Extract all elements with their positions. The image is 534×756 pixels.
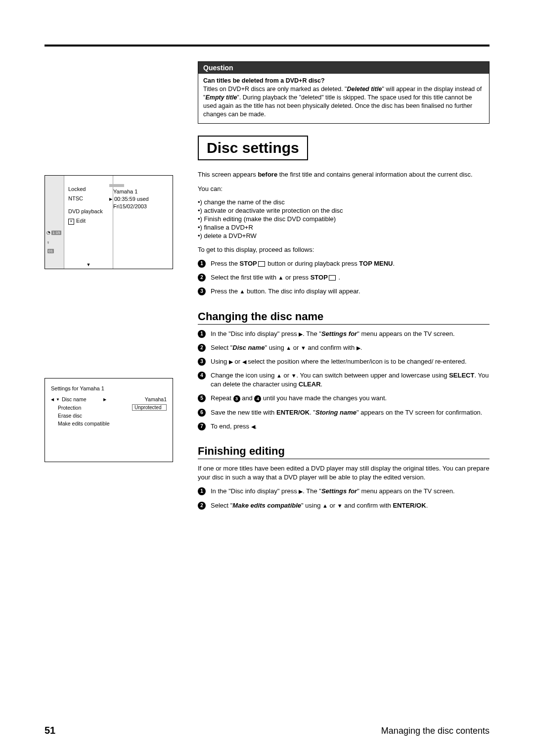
step-number-icon: 3 — [198, 358, 206, 366]
step-number-icon: 2 — [198, 344, 206, 352]
chapter-title: Managing the disc contents — [381, 726, 490, 736]
cdn-step-7: 7 To end, press ◀. — [198, 422, 490, 431]
section-finishing-editing: Finishing editing — [198, 445, 490, 459]
step-number-icon: 2 — [198, 502, 206, 510]
page-footer: 51 Managing the disc contents — [44, 725, 490, 736]
up-arrow-icon: ▲ — [276, 372, 282, 379]
disc-settings-bullets: change the name of the disc activate or … — [198, 198, 490, 239]
bullet-item: activate or deactivate write protection … — [198, 207, 490, 214]
section-disc-settings-title-box: Disc settings — [198, 136, 308, 160]
disc-settings-intro: This screen appears before the first tit… — [198, 170, 490, 179]
inline-step-ref-icon: 4 — [254, 395, 261, 402]
cdn-step-2: 2 Select "Disc name" using ▲ or ▼ and co… — [198, 343, 490, 352]
disc-info-osd: ◔1:15 ♀ 01 Locked NTSC DVD playback ×Edi… — [44, 175, 173, 269]
step-number-icon: 4 — [198, 372, 206, 379]
step-number-icon: 5 — [198, 394, 206, 402]
finishing-intro: If one or more titles have been edited a… — [198, 464, 490, 482]
osd2-discname-label: Disc name — [62, 396, 87, 402]
page-number: 51 — [44, 725, 55, 736]
step-number-icon: 3 — [198, 287, 206, 295]
cdn-step-4: 4 Change the icon using ▲ or ▼. You can … — [198, 371, 490, 389]
bullet-item: delete a DVD+RW — [198, 232, 490, 239]
osd2-discname-val: Yamaha1 — [145, 396, 167, 402]
cdn-step-3: 3 Using ▶ or ◀ select the position where… — [198, 357, 490, 366]
up-arrow-icon: ▲ — [278, 274, 284, 282]
section-changing-disc-name: Changing the disc name — [198, 310, 490, 325]
left-arrow-icon: ◀ — [242, 358, 246, 366]
step-number-icon: 2 — [198, 274, 206, 282]
osd1-dvd-playback: DVD playback — [68, 208, 109, 214]
cdn-step-6: 6 Save the new title with ENTER/OK. "Sto… — [198, 408, 490, 417]
fe-step-1: 1 In the "Disc info display" press ▶. Th… — [198, 487, 490, 496]
disc-settings-lead2: To get to this display, proceed as follo… — [198, 245, 490, 254]
top-rule — [44, 45, 490, 47]
osd2-make-label: Make edits compatible — [58, 421, 109, 426]
left-arrow-icon: ◀ — [251, 423, 255, 430]
fe-step-2: 2 Select "Make edits compatible" using ▲… — [198, 501, 490, 510]
up-arrow-icon: ▲ — [240, 288, 245, 295]
question-header: Question — [198, 62, 489, 74]
question-box: Question Can titles be deleted from a DV… — [198, 61, 490, 124]
stop-icon — [258, 261, 265, 267]
osd2-protection-val: Unprotected — [132, 404, 167, 411]
stop-icon — [329, 275, 336, 281]
osd1-used: 00:35:59 used — [114, 196, 149, 202]
osd1-time: 1:15 — [51, 231, 61, 235]
section-disc-settings-title: Disc settings — [207, 140, 299, 156]
bullet-item: finalise a DVD+R — [198, 224, 490, 231]
up-arrow-icon: ▲ — [322, 502, 328, 510]
right-arrow-icon: ▶ — [229, 358, 233, 366]
step-number-icon: 7 — [198, 423, 206, 430]
down-arrow-icon: ▼ — [291, 372, 297, 379]
step-number-icon: 1 — [198, 260, 206, 268]
osd1-disc-name: Yamaha 1 — [109, 189, 169, 194]
inline-step-ref-icon: 3 — [233, 395, 240, 402]
question-body: Titles on DVD+R discs are only marked as… — [203, 85, 484, 119]
osd1-date: Fri15/02/2003 — [109, 203, 169, 209]
osd1-ntsc: NTSC — [68, 195, 109, 201]
osd2-title: Settings for Yamaha 1 — [51, 385, 167, 391]
cdn-step-5: 5 Repeat 3 and 4 until you have made the… — [198, 394, 490, 403]
cdn-step-1: 1 In the "Disc info display" press ▶. Th… — [198, 330, 490, 338]
settings-osd: Settings for Yamaha 1 ◀▼Disc name▶ Yamah… — [44, 378, 173, 462]
osd2-protection-label: Protection — [58, 405, 81, 411]
down-arrow-icon: ▼ — [337, 502, 343, 510]
you-can-label: You can: — [198, 185, 490, 193]
bullet-item: change the name of the disc — [198, 198, 490, 206]
step-number-icon: 1 — [198, 330, 206, 338]
step-3: 3 Press the ▲ button. The disc info disp… — [198, 287, 490, 296]
step-number-icon: 6 — [198, 409, 206, 417]
osd1-locked: Locked — [68, 186, 109, 192]
osd1-index: 01 — [47, 249, 54, 253]
bullet-item: Finish editing (make the disc DVD compat… — [198, 215, 490, 223]
step-number-icon: 1 — [198, 487, 206, 495]
osd2-erase-label: Erase disc — [58, 413, 82, 419]
up-arrow-icon: ▲ — [286, 344, 291, 352]
step-1: 1 Press the STOP button or during playba… — [198, 259, 490, 268]
down-arrow-icon: ▼ — [87, 262, 91, 267]
right-arrow-icon: ▶ — [356, 344, 360, 352]
question-title: Can titles be deleted from a DVD+R disc? — [203, 77, 484, 85]
step-2: 2 Select the first title with ▲ or press… — [198, 273, 490, 282]
down-arrow-icon: ▼ — [301, 344, 306, 352]
osd1-edit: Edit — [76, 218, 86, 224]
